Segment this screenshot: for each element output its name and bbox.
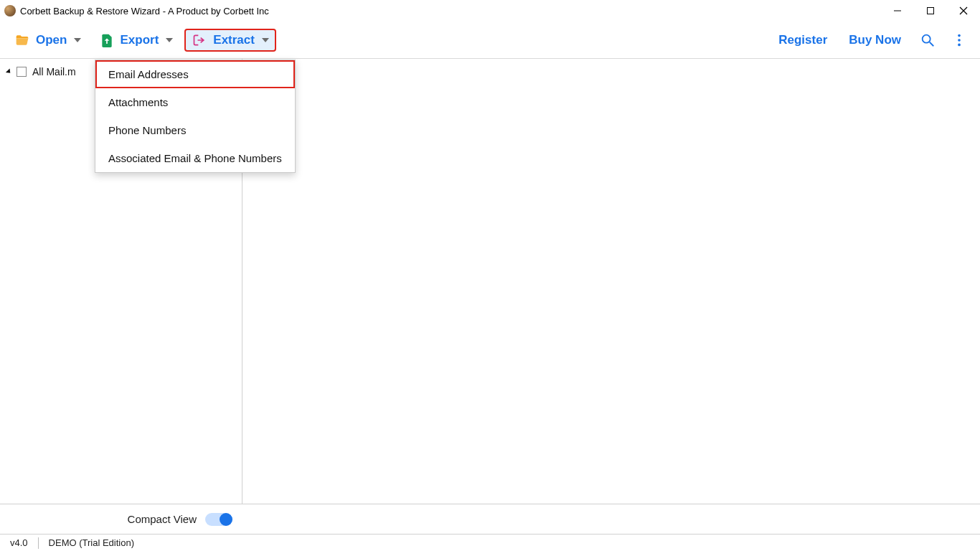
content-pane <box>242 59 980 504</box>
extract-icon <box>192 33 207 47</box>
app-icon <box>4 5 16 17</box>
maximize-button[interactable] <box>914 0 947 22</box>
title-bar: Corbett Backup & Restore Wizard - A Prod… <box>0 0 980 22</box>
extract-menu-attachments[interactable]: Attachments <box>95 88 295 116</box>
file-export-icon <box>100 32 114 48</box>
chevron-down-icon <box>166 38 173 42</box>
search-icon <box>920 32 936 48</box>
open-button[interactable]: Open <box>7 29 88 52</box>
compact-view-label: Compact View <box>128 513 197 525</box>
buy-now-link[interactable]: Buy Now <box>840 29 910 52</box>
toggle-knob <box>220 513 232 526</box>
extract-menu: Email Addresses Attachments Phone Number… <box>95 60 296 173</box>
extract-menu-phone-numbers[interactable]: Phone Numbers <box>95 116 295 144</box>
svg-line-5 <box>930 42 934 46</box>
minimize-button[interactable] <box>881 0 914 22</box>
toolbar: Open Export Extract Register Buy Now <box>0 22 980 59</box>
svg-point-6 <box>958 34 961 37</box>
search-button[interactable] <box>914 27 941 54</box>
svg-point-8 <box>958 43 961 46</box>
svg-rect-1 <box>928 8 934 14</box>
chevron-down-icon <box>74 38 81 42</box>
compact-view-toggle[interactable] <box>205 513 232 526</box>
status-bar: v4.0 DEMO (Trial Edition) <box>0 534 980 551</box>
extract-menu-associated[interactable]: Associated Email & Phone Numbers <box>95 144 295 172</box>
edition-label: DEMO (Trial Edition) <box>49 537 134 548</box>
more-button[interactable] <box>946 27 973 54</box>
window-title: Corbett Backup & Restore Wizard - A Prod… <box>20 6 269 17</box>
window-controls <box>881 0 980 22</box>
svg-point-4 <box>923 34 930 42</box>
close-button[interactable] <box>947 0 980 22</box>
export-label: Export <box>120 33 159 47</box>
export-button[interactable]: Export <box>93 28 180 52</box>
compact-view-bar: Compact View <box>0 504 242 534</box>
extract-button[interactable]: Extract <box>184 29 276 52</box>
more-vertical-icon <box>951 32 967 48</box>
register-link[interactable]: Register <box>770 29 836 52</box>
viewbar-row: Compact View <box>0 504 980 534</box>
folder-open-icon <box>14 33 30 47</box>
chevron-down-icon <box>262 38 269 42</box>
version-label: v4.0 <box>10 537 28 548</box>
svg-point-7 <box>958 39 961 42</box>
extract-menu-email-addresses[interactable]: Email Addresses <box>95 60 295 88</box>
tree-item-label: All Mail.m <box>32 66 76 77</box>
status-separator <box>38 537 39 549</box>
open-label: Open <box>36 33 67 47</box>
tree-checkbox[interactable] <box>17 67 27 77</box>
extract-label: Extract <box>213 33 255 47</box>
tree-expand-icon[interactable] <box>6 68 12 75</box>
